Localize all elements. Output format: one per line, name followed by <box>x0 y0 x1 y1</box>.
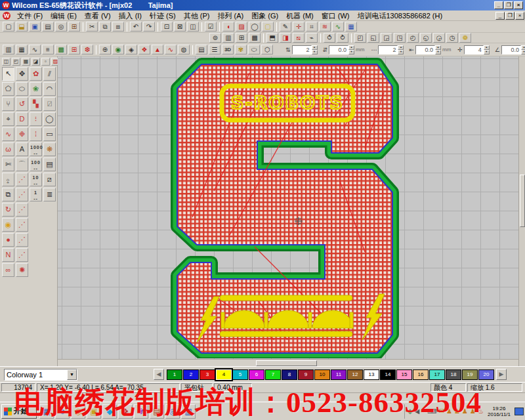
textured-edge-button[interactable]: ▤ <box>196 45 207 54</box>
flower-motif-tool[interactable]: ✿ <box>30 67 42 81</box>
snip-tool[interactable]: ✄ <box>2 158 14 171</box>
qq-pet-icon-3[interactable]: ♟ <box>462 405 468 418</box>
slant-fill-tool[interactable]: ⧄ <box>43 173 56 186</box>
overlap-toggle[interactable]: ⧅ <box>293 33 304 43</box>
travel-back-color-button[interactable]: ◱ <box>368 33 379 43</box>
ruler-toggle[interactable]: ◨ <box>280 33 291 43</box>
mirror-button[interactable]: ◫ <box>187 22 199 32</box>
save-button[interactable]: ▣ <box>29 22 41 32</box>
color-swatch-13[interactable]: 13 <box>364 369 379 380</box>
color-swatch-16[interactable]: 16 <box>413 369 429 380</box>
e-stitch-button[interactable]: ≡ <box>42 45 54 54</box>
redraw-fast-button[interactable]: ⥁ <box>337 33 348 43</box>
design-canvas[interactable]: S-ROBOTS <box>58 56 518 366</box>
offset-spinner-value[interactable]: 0.0 <box>329 45 348 54</box>
polygon-select-tool[interactable]: ⬠ <box>2 82 14 96</box>
travel-fwd-object-button[interactable]: ◵ <box>420 33 432 43</box>
view-preset-b[interactable]: ◰ <box>12 58 20 66</box>
hscroll-thumb[interactable] <box>256 360 317 366</box>
reshape-box-button[interactable]: ⊠ <box>174 22 186 32</box>
stitch-step-100[interactable]: 100-- <box>30 158 42 171</box>
rows-spinner-value[interactable]: 2 <box>378 45 398 54</box>
canvas-vertical-scrollbar[interactable] <box>518 56 525 366</box>
reshape-tool[interactable]: ✥ <box>16 67 28 81</box>
background-toggle[interactable]: ▢ <box>262 22 274 32</box>
color-swatch-5[interactable]: 5 <box>232 369 248 380</box>
closed-shape-tool[interactable]: ⬭ <box>16 82 28 96</box>
bitmap-button[interactable]: ▦ <box>345 22 357 32</box>
hoop-toggle[interactable]: ⬒ <box>266 33 278 43</box>
run-stitch-tool[interactable]: ⁝ <box>30 112 42 126</box>
color-swatch-9[interactable]: 9 <box>298 369 314 380</box>
language-tray-icon[interactable] <box>514 408 524 415</box>
paint-icon[interactable]: ✾ <box>134 404 148 419</box>
stitch-edit-tool[interactable]: ⌖ <box>2 112 14 126</box>
travel-end-button[interactable]: ◷ <box>446 33 458 43</box>
color-swatch-20[interactable]: 20 <box>478 369 494 380</box>
stemstitch-tool[interactable]: ⋰ <box>16 233 28 247</box>
bitmap-art-button[interactable]: ❁ <box>459 33 471 43</box>
color-swatch-8[interactable]: 8 <box>282 369 297 380</box>
colorway-select[interactable]: Colorway 1 ▼ <box>4 369 77 381</box>
start-button[interactable]: 开始 <box>1 404 37 419</box>
bomb-tool[interactable]: ● <box>2 233 14 247</box>
pull-comp-toggle[interactable]: ◉ <box>112 45 124 54</box>
color-swatch-12[interactable]: 12 <box>347 369 363 380</box>
mdi-restore-button[interactable]: ❐ <box>505 12 514 20</box>
wilcom-app-icon[interactable]: ❖ <box>118 404 133 419</box>
hatch-view-toggle[interactable]: ▨ <box>236 22 247 32</box>
contour-button[interactable]: ◍ <box>178 45 190 54</box>
color-swatch-15[interactable]: 15 <box>396 369 412 380</box>
monogram-tool[interactable]: ❋ <box>43 142 56 156</box>
grid-toggle[interactable]: ⌗ <box>306 22 318 32</box>
menu-item[interactable]: 排列 (A) <box>214 12 248 20</box>
jagged-edge-button[interactable]: ☰ <box>209 45 220 54</box>
open-button[interactable]: ⬓ <box>16 22 28 32</box>
media-player-icon[interactable]: ◉ <box>71 404 85 419</box>
select-box-button[interactable]: ⊡ <box>161 22 173 32</box>
maximize-button[interactable]: ❐ <box>504 1 513 9</box>
palette-scroll-left-button[interactable]: ◀ <box>154 369 164 380</box>
color-swatch-1[interactable]: 1 <box>167 369 182 380</box>
menu-item[interactable]: 文件 (F) <box>13 12 47 20</box>
vscroll-thumb[interactable] <box>520 175 525 227</box>
spin-copy-tool[interactable]: ↻ <box>2 203 14 217</box>
stitch-mode-toggle[interactable]: ▥ <box>222 33 234 43</box>
fabric-tool[interactable]: ▤ <box>43 158 56 171</box>
fractional-spacing-toggle[interactable]: ◈ <box>125 45 137 54</box>
chart-app-icon[interactable]: ▥ <box>181 404 196 419</box>
palette-scroll-right-button[interactable]: ▶ <box>496 369 507 380</box>
mdi-close-button[interactable]: × <box>515 12 524 20</box>
outline-mode-toggle[interactable]: ⊚ <box>209 33 221 43</box>
view-preset-a[interactable]: ◫ <box>2 58 10 66</box>
stitch-step-1[interactable]: 1-- <box>30 188 42 201</box>
ime-tray-icon[interactable]: ⌨ <box>427 405 436 418</box>
cut-button[interactable]: ✂ <box>86 22 98 32</box>
view-preset-d[interactable]: ◪ <box>32 58 40 66</box>
qq-pet-icon-1[interactable]: ♟ <box>446 405 452 418</box>
n-stitch-tool[interactable]: N <box>2 248 14 262</box>
florentine-button[interactable]: ⬡ <box>261 45 273 54</box>
qq-pet-icon-4[interactable]: ♟ <box>470 405 476 418</box>
folder-icon[interactable]: ▣ <box>87 404 101 419</box>
pattern-fill-button[interactable]: ▩ <box>55 45 67 54</box>
antivirus-tray-icon[interactable]: ◈ <box>408 405 413 418</box>
star-fill-button[interactable]: ✾ <box>235 45 247 54</box>
color-swatch-18[interactable]: 18 <box>446 369 461 380</box>
color-swatch-4[interactable]: 4 <box>216 369 232 380</box>
travel-back-stitch-button[interactable]: ◳ <box>394 33 406 43</box>
outline-view-toggle[interactable]: ◯ <box>249 22 261 32</box>
offset-spinner-updown[interactable]: ▲▼ <box>348 45 354 54</box>
rows-spinner-updown[interactable]: ▲▼ <box>398 45 404 54</box>
travel-fwd-stitch-button[interactable]: ◴ <box>407 33 419 43</box>
angle-spinner-value[interactable]: 0.0 <box>501 45 521 54</box>
menu-item[interactable]: 编辑 (E) <box>47 12 81 20</box>
connector-toggle[interactable]: ⌁ <box>306 33 318 43</box>
satin-stitch-button[interactable]: ▥ <box>3 45 14 54</box>
motif-run-tool[interactable]: ⋰ <box>16 203 28 217</box>
pencil-tool-button[interactable]: ✎ <box>280 22 291 32</box>
color-ball-tool[interactable]: ◉ <box>2 218 14 232</box>
three-d-effect-button[interactable]: 3D <box>222 45 234 54</box>
smart-corners-toggle[interactable]: ❖ <box>138 45 150 54</box>
layers-spinner-updown[interactable]: ▲▼ <box>312 45 318 54</box>
